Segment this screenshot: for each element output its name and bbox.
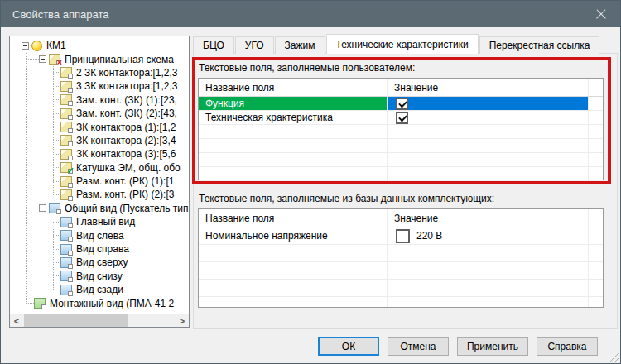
tree-connector xyxy=(53,167,60,168)
user-fields-table: Название поляЗначениеФункцияТехническая … xyxy=(198,78,604,180)
field-name-cell[interactable]: Техническая храктеристика xyxy=(199,111,388,125)
tree-horizontal-scrollbar[interactable]: < > xyxy=(10,314,189,327)
square-blue-icon xyxy=(60,271,72,281)
tree-item[interactable]: ×Принципиальная схема xyxy=(10,52,189,65)
table-empty-row[interactable] xyxy=(199,139,603,153)
table-row[interactable]: Техническая храктеристика xyxy=(199,111,603,125)
tree-item-label: Общий вид (Пускатель тип xyxy=(65,203,189,214)
device-properties-dialog: Свойства аппарата КМ1×Принципиальная схе… xyxy=(0,0,621,364)
table-empty-row[interactable] xyxy=(199,167,603,180)
tree-expander-minus-icon[interactable] xyxy=(39,204,46,212)
tree-connector xyxy=(53,154,60,155)
icon-corner-badge xyxy=(68,264,73,269)
value-checkbox[interactable] xyxy=(396,98,408,110)
table-empty-row[interactable] xyxy=(199,262,603,280)
square-green-icon xyxy=(34,298,46,309)
close-icon xyxy=(596,9,607,20)
page-icon xyxy=(60,122,72,132)
close-button[interactable] xyxy=(582,1,620,27)
table-header-row: Название поляЗначение xyxy=(199,79,603,97)
tree-item-label: ЗК контактора (3):[5,6 xyxy=(76,148,176,160)
tree-item[interactable]: Вид сзади xyxy=(10,283,189,296)
tree-connector xyxy=(53,194,60,195)
tab-tech-characteristics[interactable]: Технические характеристики xyxy=(326,34,479,54)
tree-item[interactable]: Вид снизу xyxy=(10,270,189,283)
tree-item-label: Вид снизу xyxy=(76,271,123,282)
tree-item[interactable]: Разм. конт. (РК) (1):[1 xyxy=(10,175,189,188)
tree-item[interactable]: ✓Катушка ЭМ, общ. обо xyxy=(10,161,189,175)
tree-item-label: ЗК контактора (1):[1,2 xyxy=(76,122,176,133)
tree-item[interactable]: ЗК контактора (2):[3,4 xyxy=(10,134,189,147)
field-name-cell[interactable]: Номинальное напряжение xyxy=(199,228,388,245)
tree-item-label: КМ1 xyxy=(46,40,66,51)
cancel-button[interactable]: Отмена xyxy=(388,337,449,356)
tree-item-label: Разм. конт. (РК) (1):[1 xyxy=(76,175,174,187)
empty-value-cell xyxy=(388,139,589,153)
field-name-cell[interactable]: Функция xyxy=(199,97,388,111)
tree-item[interactable]: Зам. конт. (ЗК) (1):[23, xyxy=(10,93,189,107)
tab-ugo[interactable]: УГО xyxy=(235,36,274,54)
tab-zazhim[interactable]: Зажим xyxy=(275,36,325,54)
tree-item-label: Принципиальная схема xyxy=(65,54,174,65)
table-empty-row[interactable] xyxy=(199,153,603,167)
value-checkbox[interactable] xyxy=(396,229,410,243)
table-row[interactable]: Функция xyxy=(199,97,603,111)
help-button[interactable]: Справка xyxy=(537,337,598,356)
tree-connector xyxy=(53,262,60,263)
column-header-value: Значение xyxy=(388,209,589,228)
bulb-icon xyxy=(31,41,42,51)
tree-expander-minus-icon[interactable] xyxy=(22,42,29,50)
tree-item[interactable]: КМ1 xyxy=(10,39,189,52)
table-empty-row[interactable] xyxy=(199,245,603,262)
resize-grip[interactable] xyxy=(608,351,619,362)
table-row[interactable]: Номинальное напряжение220 В xyxy=(199,228,603,245)
tree-scrollbar-thumb[interactable] xyxy=(24,314,128,327)
tree-item-label: Зам. конт. (ЗК) (2):[43, xyxy=(76,108,177,119)
tree-item[interactable]: ЗК контактора (1):[1,2 xyxy=(10,120,189,133)
tree-item[interactable]: Монтажный вид (ПМА-41 2 xyxy=(10,296,189,309)
tree-item[interactable]: Главный вид xyxy=(10,215,189,228)
tree-connector xyxy=(26,59,39,60)
tree-item[interactable]: Общий вид (Пускатель тип xyxy=(10,202,189,215)
tab-strip: БЦОУГОЗажимТехнические характеристикиПер… xyxy=(193,36,600,54)
scroll-right-icon[interactable]: > xyxy=(176,314,189,327)
field-value-cell[interactable]: 220 В xyxy=(388,228,589,245)
scroll-left-icon[interactable]: < xyxy=(10,314,23,327)
tree-item[interactable]: Разм. конт. (РК) (2):[3 xyxy=(10,188,189,201)
tree-item-label: 3 ЗК контактора:[1,2,3 xyxy=(76,80,177,92)
empty-value-cell xyxy=(388,167,589,180)
table-empty-row[interactable] xyxy=(199,125,603,139)
tree-item[interactable]: ЗК контактора (3):[5,6 xyxy=(10,147,189,160)
tab-btso[interactable]: БЦО xyxy=(193,36,234,54)
table-empty-row[interactable] xyxy=(199,297,603,308)
apply-button[interactable]: Применить xyxy=(457,337,528,356)
field-value-cell[interactable] xyxy=(388,111,589,125)
tree-expander-minus-icon[interactable] xyxy=(39,55,46,63)
field-value-cell[interactable] xyxy=(388,97,589,111)
tree-item[interactable]: 3 ЗК контактора:[1,2,3 xyxy=(10,79,189,93)
tree-connector xyxy=(53,99,60,100)
tree-item[interactable]: 2 ЗК контактора:[1,2,3 xyxy=(10,66,189,79)
column-header-name: Название поля xyxy=(199,79,388,97)
icon-corner-badge xyxy=(68,251,73,256)
value-checkbox[interactable] xyxy=(396,112,408,124)
tab-page-tech-characteristics: Текстовые поля, заполняемые пользователе… xyxy=(193,53,618,329)
empty-name-cell xyxy=(199,139,388,153)
title-bar[interactable]: Свойства аппарата xyxy=(1,1,620,27)
tree-item-label: ЗК контактора (2):[3,4 xyxy=(76,135,176,146)
tree-item[interactable]: Вид слева xyxy=(10,228,189,242)
tree-item[interactable]: Вид сверху xyxy=(10,256,189,269)
tree-item-label: Катушка ЭМ, общ. обо xyxy=(76,162,181,174)
empty-value-cell xyxy=(388,262,589,280)
empty-extra-cell xyxy=(589,139,603,153)
tree-item[interactable]: Вид справа xyxy=(10,242,189,256)
tree-connector xyxy=(53,140,60,141)
tab-cross-reference[interactable]: Перекрестная ссылка xyxy=(479,36,600,54)
tree-item[interactable]: Зам. конт. (ЗК) (2):[43, xyxy=(10,107,189,120)
field-value-text: 220 В xyxy=(416,230,442,242)
table-empty-row[interactable] xyxy=(199,280,603,297)
tree-item-label: Разм. конт. (РК) (2):[3 xyxy=(76,189,174,200)
tree-connector xyxy=(53,249,60,250)
page-icon xyxy=(60,176,72,187)
ok-button[interactable]: ОК xyxy=(318,337,379,356)
